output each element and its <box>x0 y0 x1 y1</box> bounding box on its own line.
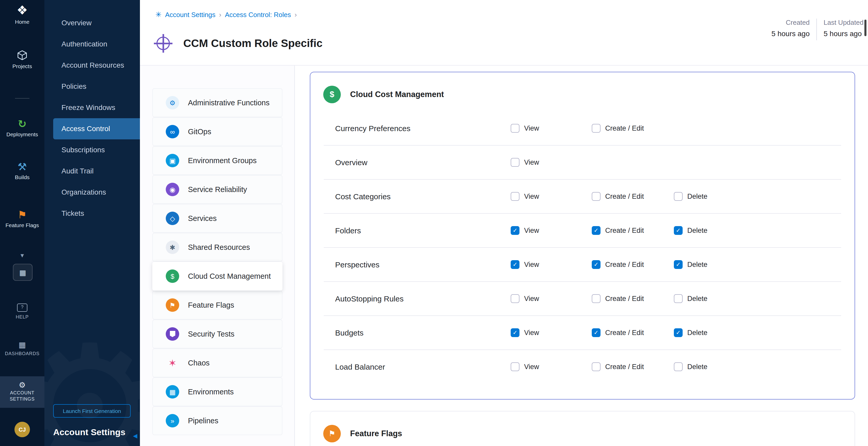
rail-item-account-settings[interactable]: ⚙ ACCOUNT SETTINGS <box>0 376 44 408</box>
category-item-administrative-functions[interactable]: ⚙Administrative Functions <box>152 88 282 117</box>
apps-grid-button[interactable]: ▦ <box>13 264 33 281</box>
harness-logo-icon: ❖ <box>0 4 44 17</box>
permission-delete: Delete <box>674 362 841 371</box>
meta-divider <box>816 19 817 40</box>
rail-item-help[interactable]: ? HELP <box>0 301 44 320</box>
overview-view-checkbox[interactable] <box>511 158 520 167</box>
category-label: Cloud Cost Management <box>188 272 271 280</box>
category-item-cloud-cost-management[interactable]: $Cloud Cost Management <box>152 262 282 291</box>
autostopping-rules-view-checkbox[interactable] <box>511 294 520 303</box>
sidebar-item-freeze-windows[interactable]: Freeze Windows <box>44 97 140 118</box>
permission-delete: Delete <box>674 294 841 303</box>
shield-shape <box>169 331 175 337</box>
gitops-icon: ∞ <box>166 125 179 138</box>
folders-create-edit-checkbox[interactable]: ✓ <box>592 226 600 235</box>
sidebar-item-organizations[interactable]: Organizations <box>44 182 140 203</box>
checkbox-label: Create / Edit <box>605 363 644 371</box>
environment-groups-icon: ▣ <box>166 154 179 167</box>
permission-view: View <box>511 158 592 167</box>
rail-item-home[interactable]: ❖ Home <box>0 4 44 25</box>
currency-preferences-view-checkbox[interactable] <box>511 124 520 133</box>
sidebar-title: Account Settings <box>53 427 125 438</box>
services-icon: ◇ <box>166 212 179 225</box>
budgets-create-edit-checkbox[interactable]: ✓ <box>592 328 600 337</box>
permission-row-folders: Folders✓View✓Create / Edit✓Delete <box>324 214 841 248</box>
breadcrumb-access-control-roles[interactable]: Access Control: Roles <box>225 10 291 18</box>
category-label: Chaos <box>188 359 210 367</box>
cost-categories-create-edit-checkbox[interactable] <box>592 192 600 201</box>
breadcrumb-account-settings[interactable]: Account Settings <box>165 10 215 18</box>
sidebar-item-tickets[interactable]: Tickets <box>44 203 140 224</box>
folders-view-checkbox[interactable]: ✓ <box>511 226 520 235</box>
sidebar-item-access-control[interactable]: Access Control <box>53 118 140 139</box>
resource-label: Folders <box>324 226 511 235</box>
chevron-down-icon[interactable]: ▾ <box>0 251 44 259</box>
category-item-environment-groups[interactable]: ▣Environment Groups <box>152 146 282 175</box>
checkbox-label: Create / Edit <box>605 124 644 132</box>
folders-delete-checkbox[interactable]: ✓ <box>674 226 683 235</box>
sidebar-item-audit-trail[interactable]: Audit Trail <box>44 161 140 182</box>
sidebar-item-authentication[interactable]: Authentication <box>44 34 140 55</box>
scrollbar-thumb[interactable] <box>864 20 866 36</box>
cloud-cost-icon: $ <box>166 269 179 283</box>
perspectives-delete-checkbox[interactable]: ✓ <box>674 260 683 269</box>
category-item-shared-resources[interactable]: ✱Shared Resources <box>152 233 282 262</box>
load-balancer-create-edit-checkbox[interactable] <box>592 362 600 371</box>
resource-label: Perspectives <box>324 260 511 269</box>
permission-row-cost-categories: Cost CategoriesViewCreate / EditDelete <box>324 180 841 214</box>
permission-create-edit: Create / Edit <box>592 294 674 303</box>
resource-label: Budgets <box>324 328 511 337</box>
category-item-service-reliability[interactable]: ◉Service Reliability <box>152 175 282 204</box>
sidebar-item-account-resources[interactable]: Account Resources <box>44 55 140 76</box>
category-label: Environment Groups <box>188 156 257 165</box>
resource-category-list: ⚙Administrative Functions∞GitOps▣Environ… <box>152 88 294 435</box>
load-balancer-view-checkbox[interactable] <box>511 362 520 371</box>
category-item-environments[interactable]: ▦Environments <box>152 377 282 406</box>
user-avatar[interactable]: CJ <box>14 422 30 437</box>
permission-delete: ✓Delete <box>674 328 841 337</box>
category-item-chaos[interactable]: ✶Chaos <box>152 348 282 377</box>
permission-view: View <box>511 192 592 201</box>
feature-flags-permissions-card: ⚑ Feature Flags <box>310 411 855 446</box>
load-balancer-delete-checkbox[interactable] <box>674 362 683 371</box>
rail-item-builds[interactable]: ⚒ Builds <box>0 162 44 180</box>
budgets-delete-checkbox[interactable]: ✓ <box>674 328 683 337</box>
category-label: Services <box>188 214 217 222</box>
sidebar-item-policies[interactable]: Policies <box>44 76 140 97</box>
category-item-pipelines[interactable]: »Pipelines <box>152 406 282 435</box>
collapse-sidebar-icon[interactable]: ◀ <box>133 433 137 439</box>
rail-item-projects[interactable]: Projects <box>0 50 44 69</box>
rail-home-label: Home <box>0 19 44 25</box>
category-item-gitops[interactable]: ∞GitOps <box>152 117 282 146</box>
permission-rows: Currency PreferencesViewCreate / EditOve… <box>324 112 841 399</box>
currency-preferences-create-edit-checkbox[interactable] <box>592 124 600 133</box>
rail-deployments-label: Deployments <box>0 131 44 137</box>
rail-item-deployments[interactable]: ↻ Deployments <box>0 119 44 137</box>
rail-item-feature-flags[interactable]: ⚑ Feature Flags <box>0 210 44 228</box>
last-updated-label: Last Updated <box>824 19 865 26</box>
perspectives-create-edit-checkbox[interactable]: ✓ <box>592 260 600 269</box>
cost-categories-delete-checkbox[interactable] <box>674 192 683 201</box>
autostopping-rules-create-edit-checkbox[interactable] <box>592 294 600 303</box>
settings-sidebar: ⚙ OverviewAuthenticationAccount Resource… <box>44 0 140 446</box>
launch-first-generation-button[interactable]: Launch First Generation <box>53 404 131 418</box>
sidebar-item-overview[interactable]: Overview <box>44 12 140 34</box>
apps-grid-icon: ▦ <box>19 268 26 277</box>
category-label: Service Reliability <box>188 185 247 194</box>
security-tests-shield-icon <box>166 327 179 341</box>
category-item-services[interactable]: ◇Services <box>152 204 282 233</box>
page-title: CCM Custom Role Specific <box>183 37 322 50</box>
permission-create-edit: Create / Edit <box>592 124 674 133</box>
category-item-feature-flags[interactable]: ⚑Feature Flags <box>152 291 282 320</box>
category-item-security-tests[interactable]: Security Tests <box>152 320 282 348</box>
rail-item-dashboards[interactable]: ▦ DASHBOARDS <box>0 341 44 356</box>
cost-categories-view-checkbox[interactable] <box>511 192 520 201</box>
sidebar-item-subscriptions[interactable]: Subscriptions <box>44 139 140 161</box>
budgets-view-checkbox[interactable]: ✓ <box>511 328 520 337</box>
category-label: Shared Resources <box>188 243 250 251</box>
perspectives-view-checkbox[interactable]: ✓ <box>511 260 520 269</box>
role-meta: Created 5 hours ago Last Updated 5 hours… <box>768 19 865 40</box>
category-label: Feature Flags <box>188 301 234 309</box>
autostopping-rules-delete-checkbox[interactable] <box>674 294 683 303</box>
rail-divider <box>15 98 29 99</box>
